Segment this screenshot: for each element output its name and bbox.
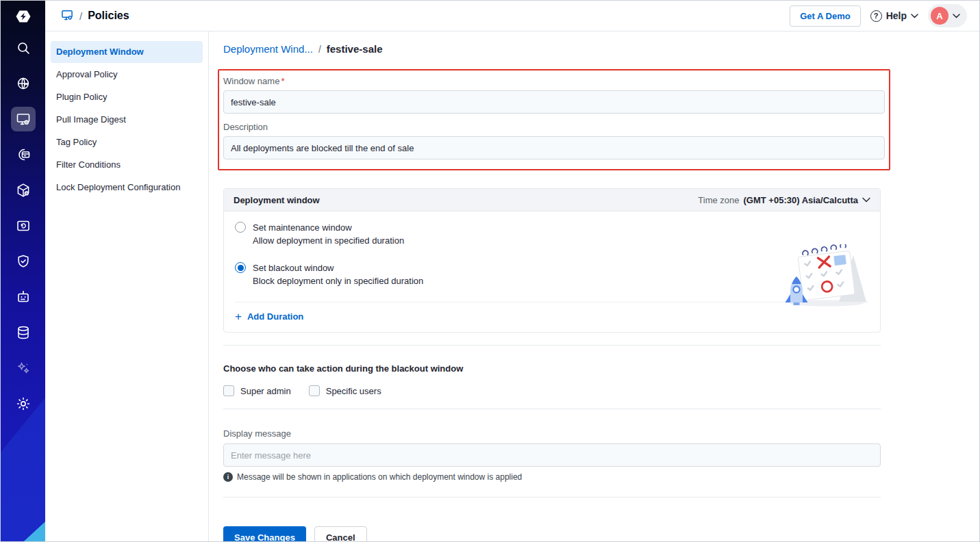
detail-breadcrumb: Deployment Wind... / festive-sale (223, 43, 881, 55)
window-name-input[interactable] (223, 90, 885, 114)
blackout-window-option[interactable]: Set blackout window Block deployment onl… (235, 261, 673, 287)
section-divider (223, 345, 881, 346)
deployment-window-card-header: Deployment window Time zone (GMT +05:30)… (224, 189, 880, 211)
get-a-demo-button[interactable]: Get A Demo (790, 5, 860, 27)
required-asterisk: * (281, 76, 284, 86)
settings-gear-icon[interactable] (11, 391, 36, 416)
add-duration-label: Add Duration (247, 311, 303, 322)
nav-item-tag-policy[interactable]: Tag Policy (51, 131, 203, 153)
save-changes-button[interactable]: Save Changes (223, 526, 306, 541)
profile-menu[interactable]: A (928, 4, 967, 27)
window-name-label: Window name* (223, 76, 885, 86)
display-message-help-text: Message will be shown in applications on… (237, 472, 522, 482)
sidebar-gradient-band (1, 398, 45, 541)
security-shield-icon[interactable] (11, 249, 36, 274)
chevron-down-icon (953, 14, 960, 18)
nav-item-lock-deployment-configuration[interactable]: Lock Deployment Configuration (51, 177, 203, 198)
devtron-logo-icon[interactable] (14, 7, 33, 26)
search-icon[interactable] (11, 36, 36, 60)
nav-item-plugin-policy[interactable]: Plugin Policy (51, 86, 203, 108)
clusters-database-icon[interactable] (11, 320, 36, 345)
breadcrumb-parent-link[interactable]: Deployment Wind... (223, 43, 313, 55)
bug-report-robot-icon[interactable] (11, 285, 36, 309)
who-can-act-checkboxes: Super admin Specific users (223, 385, 881, 396)
chevron-down-icon (911, 14, 918, 18)
timezone-selector[interactable]: Time zone (GMT +05:30) Asia/Calcutta (698, 195, 870, 205)
maintenance-window-option[interactable]: Set maintenance window Allow deployment … (235, 221, 673, 247)
display-message-input[interactable] (223, 443, 881, 467)
policies-monitor-gear-icon[interactable] (11, 107, 36, 131)
nav-item-deployment-window[interactable]: Deployment Window (51, 41, 203, 63)
breadcrumb: / Policies (60, 8, 129, 24)
top-header: / Policies Get A Demo ? Help A (45, 1, 979, 31)
checkbox-unchecked-icon[interactable] (309, 385, 320, 396)
resource-browser-icon[interactable] (11, 142, 36, 167)
nav-item-filter-conditions[interactable]: Filter Conditions (51, 154, 203, 176)
page-title: Policies (88, 10, 129, 22)
ai-sparkles-icon[interactable] (11, 356, 36, 380)
help-label: Help (886, 10, 907, 21)
option-subtitle: Block deployment only in specified durat… (253, 274, 423, 287)
nav-item-pull-image-digest[interactable]: Pull Image Digest (51, 109, 203, 131)
main-content: Deployment Wind... / festive-sale Window… (209, 31, 979, 541)
cancel-button[interactable]: Cancel (314, 526, 367, 541)
avatar: A (931, 7, 948, 25)
super-admin-checkbox[interactable]: Super admin (223, 385, 291, 396)
highlighted-form-region: Window name* Description (218, 69, 890, 170)
checkbox-unchecked-icon[interactable] (223, 385, 234, 396)
info-icon: i (223, 472, 233, 482)
policies-breadcrumb-icon[interactable] (60, 8, 74, 24)
timezone-label: Time zone (698, 195, 739, 205)
form-actions: Save Changes Cancel (223, 512, 881, 541)
help-menu[interactable]: ? Help (870, 10, 918, 22)
checkbox-label: Specific users (326, 386, 381, 396)
specific-users-checkbox[interactable]: Specific users (309, 385, 381, 396)
breadcrumb-current: festive-sale (327, 43, 383, 55)
display-message-help: i Message will be shown in applications … (223, 472, 881, 482)
calendar-illustration (780, 244, 875, 309)
section-divider (223, 409, 881, 409)
breadcrumb-separator: / (318, 44, 321, 55)
checkbox-label: Super admin (240, 386, 291, 396)
chart-store-icon[interactable] (11, 178, 36, 203)
plus-icon: + (235, 312, 242, 322)
chevron-down-icon (862, 197, 870, 203)
description-input[interactable] (223, 136, 885, 159)
app-window: / Policies Get A Demo ? Help A Deploymen… (0, 0, 980, 542)
build-deploy-icon[interactable] (11, 214, 36, 238)
help-icon: ? (870, 10, 882, 22)
display-message-label: Display message (223, 428, 881, 439)
footer-divider (223, 497, 881, 498)
option-title: Set maintenance window (253, 221, 404, 234)
global-overview-icon[interactable] (11, 71, 36, 96)
who-can-act-title: Choose who can take action during the bl… (223, 363, 881, 374)
policies-nav-panel: Deployment Window Approval Policy Plugin… (45, 31, 209, 541)
deployment-window-card: Deployment window Time zone (GMT +05:30)… (223, 188, 881, 333)
option-title: Set blackout window (253, 261, 423, 274)
radio-selected-icon[interactable] (235, 262, 246, 273)
primary-sidebar (1, 1, 45, 541)
timezone-value: (GMT +05:30) Asia/Calcutta (744, 195, 858, 205)
nav-item-approval-policy[interactable]: Approval Policy (51, 64, 203, 86)
description-label: Description (223, 122, 885, 132)
card-title: Deployment window (234, 195, 320, 205)
breadcrumb-separator: / (79, 10, 82, 22)
add-duration-button[interactable]: + Add Duration (235, 302, 869, 332)
option-subtitle: Allow deployment in specified duration (253, 234, 404, 247)
radio-unselected-icon[interactable] (235, 222, 246, 233)
